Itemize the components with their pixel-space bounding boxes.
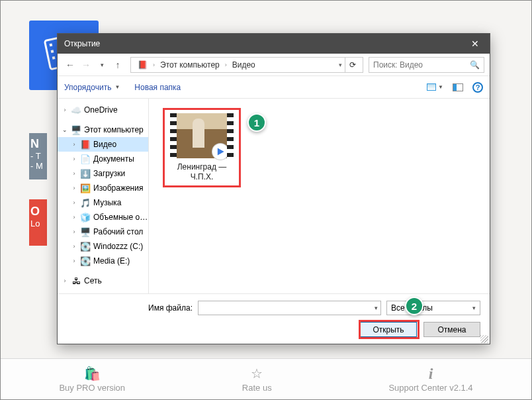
address-seg-folder[interactable]: Видео xyxy=(228,58,259,72)
buy-pro-link[interactable]: 🛍️ Buy PRO version xyxy=(59,366,125,393)
tree-edrive[interactable]: ›💽Media (E:) xyxy=(58,254,148,268)
objects3d-icon: 🧊 xyxy=(80,212,91,223)
help-button[interactable]: ? xyxy=(472,82,483,93)
tree-desktop[interactable]: ›🖥️Рабочий стол xyxy=(58,225,148,239)
desktop-icon: 🖥️ xyxy=(80,226,91,237)
music-icon: 🎵 xyxy=(80,197,91,208)
filetype-filter[interactable]: Все файлы ▾ xyxy=(386,301,480,315)
info-icon: i xyxy=(429,366,433,381)
bg-panel-offer: O Lo xyxy=(29,199,47,246)
star-icon: ☆ xyxy=(251,366,263,381)
video-folder-icon: 📕 xyxy=(80,139,91,150)
annotation-badge-1: 1 xyxy=(247,113,266,132)
tree-music[interactable]: ›🎵Музыка xyxy=(58,195,148,210)
resize-grip[interactable] xyxy=(480,335,488,343)
refresh-button[interactable]: ⟳ xyxy=(345,58,360,72)
filename-label: Имя файла: xyxy=(67,303,193,313)
drive-icon: 💽 xyxy=(80,256,91,266)
cloud-icon: ☁️ xyxy=(71,105,81,115)
chevron-right-icon: › xyxy=(152,62,156,68)
titlebar[interactable]: Открытие ✕ xyxy=(58,34,490,54)
nav-back[interactable]: ← xyxy=(63,58,77,72)
drive-icon: 💽 xyxy=(80,241,91,252)
store-icon: 🛍️ xyxy=(84,366,101,381)
address-dropdown[interactable]: ▾ xyxy=(336,62,345,68)
documents-icon: 📄 xyxy=(80,154,91,164)
network-icon: 🖧 xyxy=(71,275,81,286)
chevron-down-icon: ▼ xyxy=(114,84,120,90)
organize-menu[interactable]: Упорядочить ▼ xyxy=(64,83,120,92)
nav-up[interactable]: ↑ xyxy=(111,58,125,72)
nav-row: ← → ▾ ↑ 📕 › Этот компьютер › Видео ▾ ⟳ П… xyxy=(58,54,490,76)
search-icon: 🔍 xyxy=(470,60,480,70)
toolbar: Упорядочить ▼ Новая папка ▼ ? xyxy=(58,76,490,99)
tree-documents[interactable]: ›📄Документы xyxy=(58,152,148,166)
address-bar[interactable]: 📕 › Этот компьютер › Видео ▾ ⟳ xyxy=(130,57,363,73)
svg-rect-3 xyxy=(52,56,56,60)
monitor-icon: 🖥️ xyxy=(71,125,81,135)
view-mode-button[interactable]: ▼ xyxy=(427,83,443,91)
annotation-badge-2: 2 xyxy=(405,297,423,315)
support-center-link[interactable]: i Support Center v2.1.4 xyxy=(388,366,472,393)
bottom-bar: 🛍️ Buy PRO version ☆ Rate us i Support C… xyxy=(1,358,531,399)
play-overlay-icon xyxy=(212,144,228,160)
file-list[interactable]: Ленинград — Ч.П.Х. 1 xyxy=(149,99,490,293)
tree-network[interactable]: ›🖧Сеть xyxy=(58,274,148,288)
bg-panel-news: N - T - M xyxy=(29,133,47,179)
video-thumbnail xyxy=(170,113,234,158)
address-root-icon: 📕 xyxy=(134,58,152,72)
tree-onedrive[interactable]: ›☁️OneDrive xyxy=(58,103,148,117)
pictures-icon: 🖼️ xyxy=(80,183,91,193)
file-item[interactable]: Ленинград — Ч.П.Х. 1 xyxy=(165,111,238,182)
dialog-title: Открытие xyxy=(64,39,100,48)
svg-rect-2 xyxy=(51,50,54,53)
chevron-right-icon: › xyxy=(224,62,228,68)
svg-rect-1 xyxy=(50,43,53,46)
open-button-wrap: Открыть xyxy=(360,322,417,337)
tree-cdrive[interactable]: ›💽Windozzz (C:) xyxy=(58,239,148,254)
tree-pictures[interactable]: ›🖼️Изображения xyxy=(58,181,148,195)
filename-input[interactable]: ▾ xyxy=(198,301,381,315)
nav-recent-dropdown[interactable]: ▾ xyxy=(95,58,109,72)
tree-this-pc[interactable]: ⌄🖥️Этот компьютер xyxy=(58,123,148,137)
search-placeholder: Поиск: Видео xyxy=(373,60,470,70)
downloads-icon: ⬇️ xyxy=(80,168,91,179)
cancel-button[interactable]: Отмена xyxy=(423,322,480,337)
rate-us-link[interactable]: ☆ Rate us xyxy=(242,366,272,393)
chevron-down-icon[interactable]: ▾ xyxy=(375,305,378,311)
tree-videos[interactable]: ›📕Видео xyxy=(58,137,148,152)
chevron-down-icon: ▾ xyxy=(472,305,476,311)
close-button[interactable]: ✕ xyxy=(461,34,490,54)
folder-tree[interactable]: ›☁️OneDrive ⌄🖥️Этот компьютер ›📕Видео ›📄… xyxy=(58,99,149,293)
preview-pane-button[interactable] xyxy=(453,83,463,91)
nav-forward[interactable]: → xyxy=(79,58,93,72)
tree-3d[interactable]: ›🧊Объемные объ xyxy=(58,210,148,225)
address-seg-pc[interactable]: Этот компьютер xyxy=(156,58,224,72)
search-input[interactable]: Поиск: Видео 🔍 xyxy=(369,57,484,73)
open-file-dialog: Открытие ✕ ← → ▾ ↑ 📕 › Этот компьютер › … xyxy=(57,33,490,344)
tree-downloads[interactable]: ›⬇️Загрузки xyxy=(58,166,148,181)
dialog-footer: Имя файла: ▾ Все файлы ▾ Открыть Отмена … xyxy=(58,293,490,344)
new-folder-button[interactable]: Новая папка xyxy=(134,83,181,92)
annotation-highlight-2 xyxy=(359,320,420,339)
